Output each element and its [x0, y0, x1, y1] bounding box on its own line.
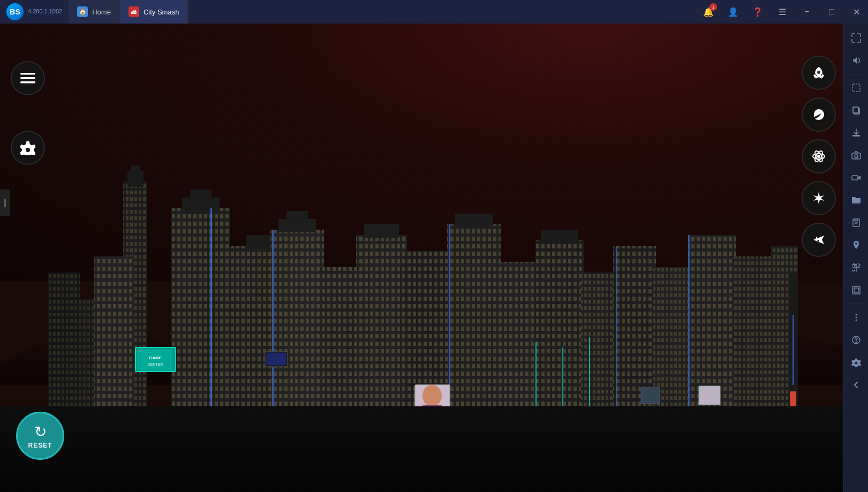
left-game-controls — [11, 61, 45, 95]
minimize-button[interactable]: − — [795, 0, 819, 24]
clipboard-button[interactable] — [846, 213, 866, 233]
svg-rect-28 — [286, 211, 308, 222]
sidebar-divider-1 — [849, 74, 864, 74]
svg-rect-87 — [20, 81, 35, 84]
settings-game-controls — [11, 131, 45, 165]
svg-rect-77 — [641, 388, 660, 404]
svg-point-110 — [855, 317, 857, 319]
main-area: GAME CENTER — [0, 24, 868, 492]
record-button[interactable] — [846, 168, 866, 188]
back-sidebar-button[interactable] — [846, 375, 866, 395]
settings-sidebar-button[interactable] — [846, 352, 866, 373]
folder-button[interactable] — [846, 190, 866, 210]
svg-rect-86 — [20, 77, 35, 79]
right-game-controls — [802, 56, 836, 257]
svg-rect-107 — [852, 286, 860, 294]
svg-rect-45 — [541, 230, 578, 243]
titlebar: BS 4.280.1.1002 🏠 Home 🏙 City Smash 🔔 1 … — [0, 0, 868, 24]
ground — [0, 406, 843, 492]
plane-button[interactable] — [802, 223, 836, 257]
panel-strip[interactable] — [0, 190, 10, 216]
svg-point-106 — [855, 243, 857, 245]
more-button[interactable] — [846, 307, 866, 328]
svg-rect-104 — [852, 176, 858, 180]
svg-rect-105 — [853, 219, 859, 226]
svg-rect-89 — [4, 199, 6, 207]
bs-version: 4.280.1.1002 — [28, 8, 62, 15]
volume-button[interactable] — [846, 50, 866, 71]
titlebar-controls: 🔔 1 👤 ❓ ☰ − □ ✕ — [697, 0, 868, 24]
game-viewport[interactable]: GAME CENTER — [0, 24, 843, 492]
svg-rect-99 — [853, 107, 858, 113]
city-tab-icon: 🏙 — [129, 6, 139, 17]
reset-icon: ↻ — [34, 423, 47, 441]
svg-rect-97 — [852, 84, 860, 92]
rocket-button[interactable] — [802, 56, 836, 90]
maximize-button[interactable]: □ — [820, 0, 843, 24]
svg-point-114 — [855, 362, 857, 365]
svg-point-103 — [855, 155, 858, 158]
svg-rect-101 — [852, 135, 860, 137]
svg-rect-24 — [246, 235, 273, 248]
svg-point-111 — [855, 320, 857, 321]
ninja-button[interactable] — [802, 181, 836, 215]
svg-rect-82 — [790, 391, 796, 407]
camera-button[interactable] — [846, 145, 866, 165]
notification-button[interactable]: 🔔 1 — [697, 0, 720, 24]
resize-button[interactable] — [846, 258, 866, 278]
location-button[interactable] — [846, 235, 866, 255]
bs-logo-icon: BS — [6, 3, 24, 20]
home-tab-label: Home — [92, 8, 111, 16]
right-sidebar — [843, 24, 868, 492]
atom-button[interactable] — [802, 139, 836, 173]
svg-rect-85 — [20, 73, 35, 75]
capture2-button[interactable] — [846, 280, 866, 300]
help-sidebar-button[interactable] — [846, 330, 866, 350]
svg-point-90 — [817, 71, 820, 74]
reset-label: RESET — [28, 442, 52, 449]
svg-rect-19 — [190, 190, 212, 200]
city-smash-tab-label: City Smash — [144, 8, 179, 16]
leaf-button[interactable] — [802, 97, 836, 132]
svg-rect-13 — [131, 165, 140, 176]
download-button[interactable] — [846, 123, 866, 143]
svg-rect-64 — [792, 315, 794, 385]
reset-button[interactable]: ↻ RESET — [16, 412, 64, 460]
settings-button[interactable] — [11, 131, 45, 165]
svg-point-109 — [855, 314, 857, 316]
expand-button[interactable] — [846, 28, 866, 48]
city-scene: GAME CENTER — [0, 139, 843, 449]
hamburger-menu-button[interactable]: ☰ — [771, 0, 794, 24]
help-button[interactable]: ❓ — [746, 0, 769, 24]
svg-point-113 — [856, 342, 857, 343]
svg-point-88 — [26, 148, 30, 152]
select-region-button[interactable] — [846, 78, 866, 98]
menu-button[interactable] — [11, 61, 45, 95]
svg-rect-39 — [455, 214, 493, 227]
close-button[interactable]: ✕ — [844, 0, 868, 24]
svg-rect-34 — [364, 224, 399, 238]
svg-rect-81 — [700, 387, 719, 404]
account-button[interactable]: 👤 — [721, 0, 745, 24]
svg-text:CENTER: CENTER — [148, 362, 163, 366]
svg-rect-72 — [267, 353, 286, 365]
svg-rect-108 — [854, 288, 858, 292]
svg-point-93 — [817, 155, 820, 158]
home-tab-icon: 🏠 — [77, 6, 88, 17]
sidebar-divider-2 — [849, 304, 864, 304]
bluestacks-logo: BS 4.280.1.1002 — [0, 0, 69, 24]
svg-text:GAME: GAME — [149, 355, 162, 360]
tab-city-smash[interactable]: 🏙 City Smash — [120, 0, 188, 24]
tab-home[interactable]: 🏠 Home — [69, 0, 120, 24]
copy-button[interactable] — [846, 100, 866, 120]
svg-point-75 — [422, 385, 442, 406]
notification-badge: 1 — [710, 3, 717, 11]
